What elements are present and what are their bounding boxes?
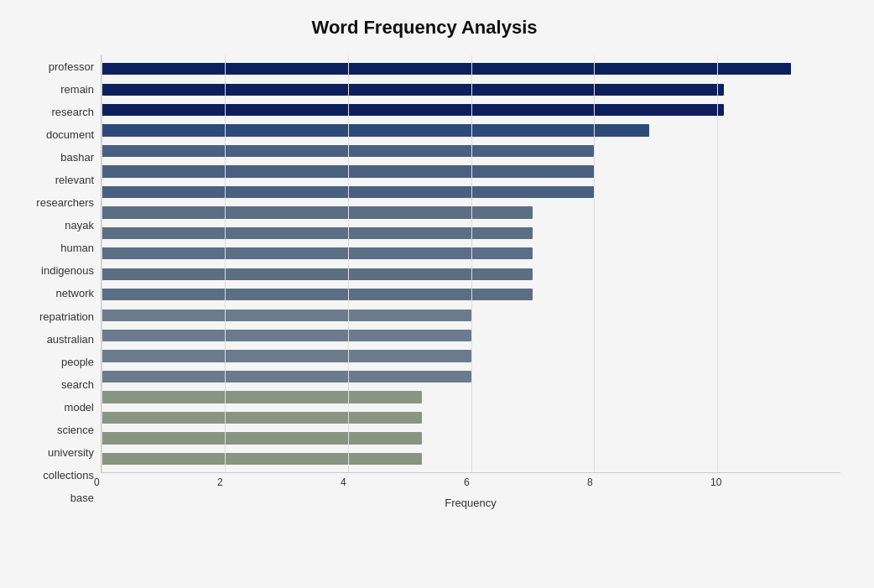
grid-line <box>717 55 718 472</box>
y-label: researchers <box>36 197 94 208</box>
y-label: professor <box>49 61 94 72</box>
bar <box>101 104 724 116</box>
x-axis-label: 4 <box>341 476 346 488</box>
y-axis-labels: professorremainresearchdocumentbasharrel… <box>8 55 101 509</box>
bar <box>101 391 422 403</box>
bar <box>101 227 533 239</box>
y-label: repatriation <box>39 311 94 322</box>
bar <box>101 350 471 362</box>
x-axis-label: 0 <box>94 476 100 488</box>
chart-container: Word Frequency Analysis professorremainr… <box>0 0 874 588</box>
y-label: human <box>60 242 94 253</box>
x-axis-title: Frequency <box>101 497 840 509</box>
bar <box>101 247 533 259</box>
grid-line <box>225 55 226 472</box>
y-label: indigenous <box>41 265 94 276</box>
grid-line <box>594 55 595 472</box>
bar <box>101 453 422 465</box>
grid-line <box>348 55 349 472</box>
bars-and-grid: 0246810 Frequency <box>101 55 840 509</box>
y-label: collections <box>43 470 94 481</box>
bar <box>101 124 649 136</box>
bar <box>101 432 422 444</box>
y-label: australian <box>47 334 94 345</box>
y-label: university <box>48 447 94 458</box>
x-axis-label: 6 <box>464 476 470 488</box>
y-label: relevant <box>55 174 94 185</box>
x-axis-label: 10 <box>710 476 721 488</box>
grid-line <box>471 55 472 472</box>
bar <box>101 63 791 75</box>
y-label: science <box>57 424 94 435</box>
bar <box>101 268 533 280</box>
y-label: document <box>46 129 94 140</box>
y-label: nayak <box>65 220 94 231</box>
x-axis-labels: 0246810 <box>101 476 840 493</box>
x-axis-label: 2 <box>217 476 223 488</box>
chart-area: professorremainresearchdocumentbasharrel… <box>8 55 840 509</box>
y-label: network <box>55 288 94 299</box>
bar <box>101 206 533 218</box>
y-label: base <box>70 492 94 503</box>
bar <box>101 371 471 382</box>
y-label: people <box>61 356 94 367</box>
y-label: remain <box>60 84 94 95</box>
grid-and-bars <box>101 55 840 473</box>
bar <box>101 310 471 321</box>
grid-line <box>101 55 102 472</box>
x-axis-label: 8 <box>587 476 593 488</box>
bar <box>101 330 471 341</box>
y-label: research <box>51 107 94 117</box>
y-label: search <box>61 379 94 390</box>
y-label: bashar <box>60 152 94 163</box>
chart-title: Word Frequency Analysis <box>8 17 840 39</box>
y-label: model <box>65 402 94 413</box>
bar <box>101 84 724 96</box>
bar <box>101 289 533 300</box>
bar <box>101 412 422 424</box>
